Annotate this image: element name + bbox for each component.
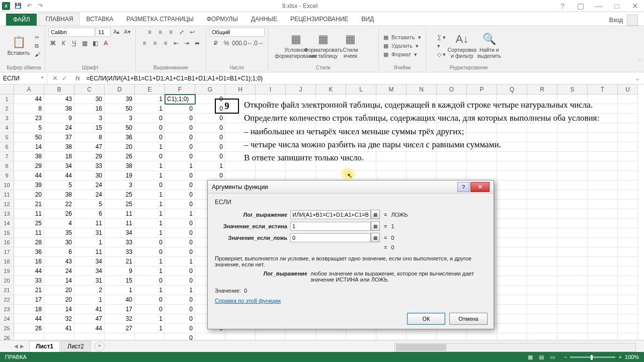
cell[interactable]: C1);1;0) (165, 95, 195, 104)
cell[interactable]: 38 (14, 152, 44, 161)
col-header[interactable]: P (467, 84, 497, 95)
row-header[interactable]: 2 (0, 104, 14, 114)
zoom-level[interactable]: 100% (625, 354, 639, 360)
col-header[interactable]: E (135, 84, 165, 95)
cell[interactable]: 0 (165, 228, 195, 238)
col-header[interactable]: U (618, 84, 638, 95)
cell[interactable] (527, 209, 557, 219)
col-header[interactable]: O (437, 84, 467, 95)
cell[interactable]: 9 (44, 114, 74, 123)
cell[interactable]: 39 (105, 95, 135, 104)
cell[interactable] (618, 209, 638, 219)
cell[interactable]: 25 (14, 219, 44, 228)
cell[interactable]: 0 (165, 324, 195, 333)
cell[interactable]: 9 (105, 266, 135, 276)
undo-icon[interactable]: ↶ (25, 2, 33, 10)
name-box[interactable]: ЕСЛИ (0, 73, 47, 83)
cell[interactable]: 0 (165, 314, 195, 324)
cell[interactable]: 50 (14, 133, 44, 142)
cell[interactable]: 24 (44, 123, 74, 133)
row-header[interactable]: 14 (0, 219, 14, 228)
cell[interactable]: 25 (105, 200, 135, 209)
add-sheet-icon[interactable]: + (95, 341, 105, 351)
cell[interactable] (618, 295, 638, 305)
cell[interactable]: 41 (44, 324, 74, 333)
dialog-help-link[interactable]: Справка по этой функции (215, 298, 281, 304)
cell[interactable]: 36 (105, 133, 135, 142)
cell[interactable] (497, 314, 527, 324)
col-header[interactable]: N (407, 84, 437, 95)
cell[interactable] (588, 228, 618, 238)
cancel-formula-icon[interactable]: ✕ (52, 74, 58, 82)
cell[interactable]: 1 (165, 286, 195, 295)
cell[interactable]: 38 (44, 142, 74, 152)
cell[interactable] (497, 257, 527, 266)
cell[interactable]: 1 (74, 238, 105, 247)
cell[interactable]: 14 (44, 276, 74, 286)
cell[interactable]: 16 (14, 257, 44, 266)
cell[interactable]: 0 (165, 180, 195, 190)
cell[interactable] (618, 286, 638, 295)
cell[interactable]: 6 (44, 247, 74, 257)
cell[interactable] (557, 238, 588, 247)
percent-icon[interactable]: % (222, 39, 231, 48)
cell[interactable]: 11 (14, 228, 44, 238)
cell[interactable]: 5 (14, 123, 44, 133)
view-normal-icon[interactable]: ▦ (525, 354, 536, 360)
cell[interactable]: 11 (105, 209, 135, 219)
cell[interactable]: 37 (44, 133, 74, 142)
row-header[interactable]: 16 (0, 238, 14, 247)
cell[interactable]: 41 (74, 305, 105, 314)
cell[interactable]: 0 (135, 276, 165, 286)
cell[interactable]: 1 (135, 228, 165, 238)
cell[interactable]: 15 (74, 123, 105, 133)
cell[interactable]: 8 (74, 133, 105, 142)
tab-layout[interactable]: РАЗМЕТКА СТРАНИЦЫ (120, 13, 200, 26)
col-header[interactable]: J (286, 84, 316, 95)
align-right-icon[interactable]: ≡ (161, 39, 170, 48)
font-name-input[interactable] (48, 28, 95, 37)
cell[interactable]: 1 (74, 295, 105, 305)
cell[interactable] (618, 247, 638, 257)
cell[interactable]: 14 (44, 305, 74, 314)
sort-filter-button[interactable]: A↓Сортировка и фильтр (449, 33, 474, 58)
row-header[interactable]: 25 (0, 324, 14, 333)
cell[interactable]: 0 (165, 123, 195, 133)
cell[interactable]: 0 (195, 152, 225, 161)
tab-data[interactable]: ДАННЫЕ (245, 13, 284, 26)
cell[interactable]: 33 (14, 276, 44, 286)
italic-icon[interactable]: К (59, 39, 68, 48)
cell[interactable]: 0 (165, 171, 195, 180)
maximize-icon[interactable]: □ (610, 2, 624, 11)
cell[interactable]: 6 (74, 209, 105, 219)
close-icon[interactable]: ✕ (628, 2, 642, 11)
col-header[interactable]: A (14, 84, 44, 95)
cell[interactable] (497, 219, 527, 228)
cell[interactable] (588, 286, 618, 295)
arg3-ref-icon[interactable]: ▦ (371, 233, 380, 242)
cell[interactable]: 3 (105, 114, 135, 123)
cell[interactable] (618, 190, 638, 200)
row-header[interactable]: 12 (0, 200, 14, 209)
cell[interactable]: 15 (105, 276, 135, 286)
cell[interactable]: 0 (195, 171, 225, 180)
border-icon[interactable]: ▦ (80, 39, 89, 48)
cell[interactable]: 20 (14, 190, 44, 200)
shrink-font-icon[interactable]: A▾ (123, 28, 132, 37)
row-header[interactable]: 6 (0, 142, 14, 152)
cell[interactable]: 26 (44, 209, 74, 219)
cell[interactable] (618, 266, 638, 276)
sheet-next-icon[interactable]: ▶ (20, 343, 24, 349)
align-top-icon[interactable]: ≡ (145, 28, 154, 37)
col-header[interactable]: B (44, 84, 74, 95)
cell[interactable] (527, 228, 557, 238)
cell[interactable] (527, 266, 557, 276)
cell[interactable] (497, 238, 527, 247)
cell[interactable] (618, 305, 638, 314)
cell[interactable]: 50 (105, 123, 135, 133)
dialog-titlebar[interactable]: Аргументы функции ? ✕ (208, 180, 494, 194)
col-header[interactable]: T (588, 84, 618, 95)
cell[interactable]: 0 (165, 247, 195, 257)
cell[interactable]: 17 (14, 295, 44, 305)
cell[interactable]: 26 (14, 324, 44, 333)
